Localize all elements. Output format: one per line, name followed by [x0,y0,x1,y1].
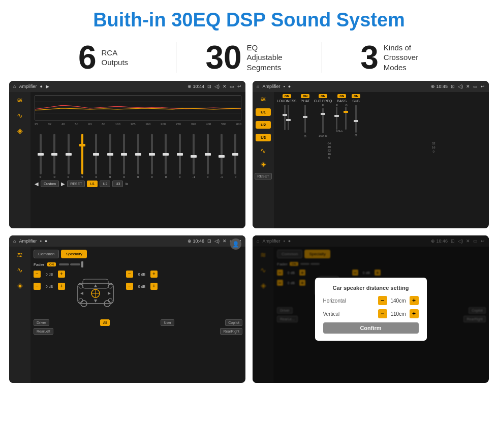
screen3-main: Common Specialty Fader ON [30,247,245,383]
close-icon[interactable]: ✕ [223,84,227,89]
u2-left[interactable]: U2 [256,121,271,129]
camera-icon-2[interactable]: ⊡ [451,84,455,89]
fader-on[interactable]: ON [47,262,56,266]
horizontal-plus[interactable]: + [410,296,419,305]
loudness-on[interactable]: ON [283,94,291,98]
specialty-tab[interactable]: Specialty [61,250,86,258]
confirm-button[interactable]: Confirm [323,322,419,334]
db-minus-rl[interactable]: − [34,283,41,290]
vertical-value: 110cm [389,311,408,317]
db-minus-fl[interactable]: − [34,271,41,278]
u1-left[interactable]: U1 [256,108,271,116]
cutfreq-on[interactable]: ON [319,94,327,98]
db-value-fr: 0 dB [135,273,149,276]
bass-label: BASS [337,99,347,103]
screen2-left: ≋ U1 U2 U3 ∿ ◈ RESET [253,92,274,228]
horizontal-minus[interactable]: − [378,296,387,305]
db-plus-fr[interactable]: + [150,271,158,278]
play-icon[interactable]: ▶ [46,84,49,89]
screen-dialog: ⌂ Amplifier ▪ ● ⊕ 10:46 ⊡ ◁) ✕ ▭ ↩ ≋ ∿ ◈… [253,235,489,383]
rearleft-btn[interactable]: RearLeft [34,328,53,335]
sub-label: SUB [352,99,359,103]
u3-left[interactable]: U3 [256,134,271,141]
home-icon[interactable]: ⌂ [13,84,16,89]
u3-btn[interactable]: U3 [112,181,123,187]
window-icon-2[interactable]: ▭ [473,84,478,89]
db-plus-rr[interactable]: + [150,283,158,290]
horizontal-stepper: − 140cm + [378,296,419,305]
play-btn[interactable]: ▶ [61,181,65,187]
volume-icon[interactable]: ◁) [214,84,220,89]
u2-btn[interactable]: U2 [100,181,110,187]
speaker-icon-2[interactable]: ◈ [261,160,266,168]
eq-icon[interactable]: ≋ [17,96,23,104]
back-icon[interactable]: ↩ [237,84,241,89]
screen1-title: Amplifier [19,84,37,89]
screen2-main: ON LOUDNESS ON [274,92,489,228]
bottom-labels-3: Driver All User Copilot [34,319,242,326]
home-icon-3[interactable]: ⌂ [13,238,16,244]
speaker-icon-3[interactable]: ◈ [17,281,23,289]
eq-slider-4: 0 [90,134,102,178]
fader-sliders [59,261,83,267]
db-minus-rr[interactable]: − [126,283,133,290]
screen2-topbar: ⌂ Amplifier ▪ ● ⊕ 10:45 ⊡ ◁) ✕ ▭ ↩ [253,81,489,92]
back-icon-2[interactable]: ↩ [481,84,485,89]
u1-btn[interactable]: U1 [87,181,98,187]
dialog-vertical-row: Vertical − 110cm + [323,309,419,318]
more-btn[interactable]: » [125,181,128,187]
db-plus-rl[interactable]: + [58,283,65,290]
eq-graph [35,95,241,121]
window-icon[interactable]: ▭ [230,84,234,89]
camera-icon[interactable]: ⊡ [207,84,211,89]
driver-btn[interactable]: Driver [34,319,49,326]
close-icon-2[interactable]: ✕ [466,84,470,89]
dot-icon: ● [40,84,42,89]
eq-icon-2[interactable]: ≋ [260,95,266,103]
rearright-btn[interactable]: RearRight [220,328,242,335]
stat-number-rca: 6 [78,41,97,74]
vertical-plus[interactable]: + [410,309,419,318]
close-icon-3[interactable]: ✕ [223,238,227,244]
profile-icon-3[interactable]: 👤 [230,238,241,250]
db-value-rr: 0 dB [135,285,149,288]
screens-grid: ⌂ Amplifier ● ▶ ⊕ 10:44 ⊡ ◁) ✕ ▭ ↩ ≋ ∿ ◈ [0,81,498,383]
reset-btn-2[interactable]: RESET [255,173,271,180]
db-minus-fr[interactable]: − [126,271,133,278]
screen1-sidebar: ≋ ∿ ◈ [9,92,30,228]
db-plus-fl[interactable]: + [58,271,65,278]
wave-icon-3[interactable]: ∿ [17,266,23,274]
stat-rca: 6 RCAOutputs [30,41,176,74]
tab-row-3: Common Specialty [34,250,158,258]
bass-on[interactable]: ON [337,94,346,98]
custom-btn[interactable]: Custom [41,181,59,187]
speaker-icon[interactable]: ◈ [17,127,23,135]
sub-on[interactable]: ON [352,94,360,98]
sub-group: ON SUB G [352,94,360,138]
svg-marker-12 [94,300,97,303]
phat-on[interactable]: ON [301,94,309,98]
all-btn[interactable]: All [100,319,110,326]
vertical-minus[interactable]: − [378,309,387,318]
eq-slider-8: 0 [146,134,158,178]
fader-label: Fader [34,262,44,267]
wave-icon[interactable]: ∿ [17,111,23,120]
volume-icon-3[interactable]: ◁) [214,238,220,244]
screen1-main: 253240506380100125160200250320400500630 … [30,92,245,228]
eq-slider-6: 0 [118,134,130,178]
common-tab[interactable]: Common [34,250,59,258]
prev-btn[interactable]: ◀ [35,181,39,187]
screen2-body: ≋ U1 U2 U3 ∿ ◈ RESET ON LOUDNESS [253,92,489,228]
user-btn[interactable]: User [161,319,174,326]
screen3-time: ⊕ 10:46 [188,238,204,244]
dialog-title: Car speaker distance setting [323,285,419,291]
reset-btn[interactable]: RESET [67,181,85,187]
volume-icon-2[interactable]: ◁) [458,84,463,89]
wave-icon-2[interactable]: ∿ [260,146,266,155]
loudness-label: LOUDNESS [277,99,297,103]
camera-icon-3[interactable]: ⊡ [207,238,211,244]
copilot-btn[interactable]: Copilot [225,319,242,326]
eq-icon-3[interactable]: ≋ [17,251,23,259]
home-icon-2[interactable]: ⌂ [257,84,259,89]
vertical-label: Vertical [323,311,340,317]
